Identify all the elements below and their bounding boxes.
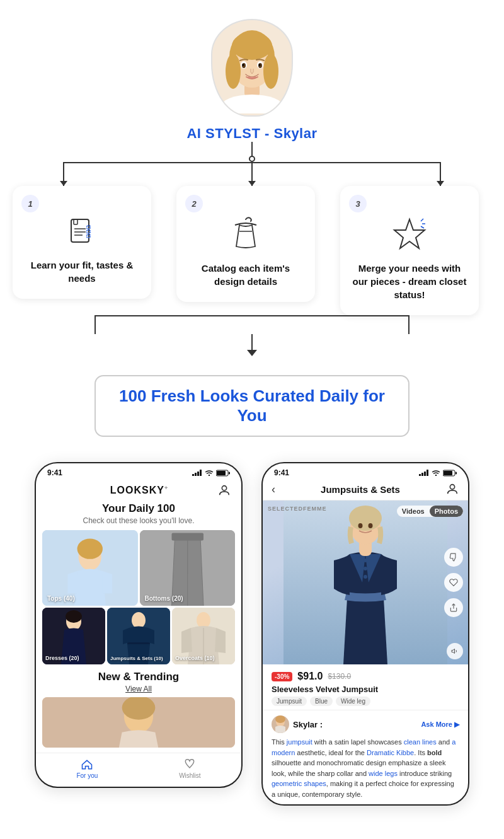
wifi-icon bbox=[205, 470, 214, 476]
svg-rect-34 bbox=[229, 472, 230, 474]
price-original: $130.0 bbox=[328, 672, 351, 681]
phone2-status-icons bbox=[419, 470, 457, 477]
flow-diagram: 1 Learn your fit, tastes & needs bbox=[13, 142, 491, 437]
step-icon-2 bbox=[188, 216, 304, 254]
svg-rect-57 bbox=[427, 470, 428, 476]
jumpsuits-label: Jumpsuits & Sets (10) bbox=[110, 656, 163, 662]
connector-dot bbox=[249, 156, 255, 162]
dresses-grid-item[interactable]: Dresses (20) bbox=[42, 608, 105, 664]
phone-1: 9:41 bbox=[35, 462, 243, 788]
battery-icon bbox=[216, 470, 230, 477]
phone2-header: ‹ Jumpsuits & Sets bbox=[263, 480, 468, 501]
svg-point-69 bbox=[349, 506, 382, 531]
profile-icon-phone2[interactable] bbox=[445, 482, 459, 496]
step-number-3: 3 bbox=[349, 195, 367, 212]
svg-rect-47 bbox=[127, 642, 150, 644]
phone1-header: LOOKSKY+ bbox=[36, 480, 241, 500]
svg-point-5 bbox=[232, 32, 272, 60]
svg-rect-54 bbox=[419, 474, 421, 476]
phone-2: 9:41 bbox=[261, 462, 469, 806]
svg-point-75 bbox=[275, 715, 285, 723]
wifi-icon-p2 bbox=[432, 470, 440, 476]
svg-point-46 bbox=[132, 612, 146, 628]
steps-row: 1 Learn your fit, tastes & needs bbox=[13, 186, 479, 315]
stylar-name: Skylar : bbox=[293, 720, 323, 729]
jumpsuits-grid-item[interactable]: Jumpsuits & Sets (10) bbox=[107, 608, 170, 664]
phone1-status-bar: 9:41 bbox=[36, 463, 241, 480]
toggle-videos[interactable]: Videos bbox=[397, 506, 430, 517]
svg-point-1 bbox=[220, 95, 284, 113]
svg-point-44 bbox=[66, 610, 82, 623]
fresh-looks-text: 100 Fresh Looks Curated Daily for You bbox=[119, 386, 385, 425]
svg-point-7 bbox=[263, 54, 278, 89]
ai-title: AI STYLST - Skylar bbox=[186, 125, 317, 142]
overcoats-grid-item[interactable]: Overcoats (10) bbox=[172, 608, 235, 664]
avatar bbox=[211, 19, 293, 117]
svg-point-31 bbox=[209, 475, 210, 476]
svg-point-70 bbox=[358, 523, 363, 528]
toggle-photos[interactable]: Photos bbox=[430, 506, 463, 517]
product-name: Sleeveless Velvet Jumpsuit bbox=[272, 685, 459, 694]
share-button[interactable] bbox=[444, 598, 463, 617]
step-icon-3 bbox=[352, 216, 467, 254]
tops-grid-item[interactable]: Tops (40) bbox=[42, 530, 138, 606]
step-icon-1 bbox=[24, 216, 140, 251]
profile-icon-phone1[interactable] bbox=[217, 483, 231, 497]
step-text-2: Catalog each item's design details bbox=[188, 262, 304, 288]
signal-icon bbox=[192, 470, 202, 476]
like-button[interactable] bbox=[444, 573, 463, 592]
phone1-bottom-nav: For you Wishlist bbox=[36, 753, 241, 787]
top-section: AI STYLST - Skylar bbox=[0, 0, 504, 437]
stylar-avatar-row: Skylar : bbox=[272, 715, 323, 733]
discount-badge: -30% bbox=[272, 672, 292, 681]
svg-point-65 bbox=[364, 567, 367, 570]
svg-point-12 bbox=[243, 64, 244, 66]
stylar-section: Skylar : Ask More ▶ This jumpsuit with a… bbox=[263, 710, 468, 804]
trending-image bbox=[42, 697, 235, 748]
phone1-grid-bottom: Dresses (20) Jumpsuits & Sets (10) bbox=[42, 608, 235, 664]
new-trending-title: New & Trending bbox=[36, 671, 241, 683]
phone1-grid-top: Tops (40) Bottoms (20) bbox=[42, 530, 235, 606]
svg-point-62 bbox=[450, 485, 454, 489]
stylar-header: Skylar : Ask More ▶ bbox=[272, 715, 459, 733]
fresh-looks-box: 100 Fresh Looks Curated Daily for You bbox=[94, 375, 410, 437]
svg-point-71 bbox=[369, 523, 373, 528]
view-all-link[interactable]: View All bbox=[36, 685, 241, 693]
tag-jumpsuit: Jumpsuit bbox=[272, 697, 307, 706]
svg-point-58 bbox=[435, 475, 437, 476]
back-arrow[interactable]: ‹ bbox=[272, 483, 275, 496]
svg-point-66 bbox=[364, 575, 367, 579]
video-photo-toggle: Videos Photos bbox=[397, 506, 463, 517]
svg-rect-30 bbox=[200, 470, 202, 476]
phone2-time: 9:41 bbox=[274, 468, 289, 477]
svg-rect-61 bbox=[455, 472, 457, 474]
svg-rect-29 bbox=[197, 472, 199, 476]
svg-rect-60 bbox=[444, 471, 452, 475]
svg-rect-56 bbox=[424, 472, 426, 476]
svg-point-64 bbox=[364, 558, 367, 562]
svg-point-38 bbox=[77, 539, 103, 559]
nav-wishlist[interactable]: Wishlist bbox=[179, 758, 200, 779]
signal-icon-p2 bbox=[419, 470, 429, 476]
bottoms-grid-item[interactable]: Bottoms (20) bbox=[140, 530, 236, 606]
step-card-2: 2 Catalog each item's design details bbox=[176, 186, 315, 302]
nav-for-you[interactable]: For you bbox=[76, 758, 98, 779]
brand-label: SELECTEDFEMME bbox=[268, 506, 327, 512]
svg-point-6 bbox=[226, 54, 241, 89]
step-card-1: 1 Learn your fit, tastes & needs bbox=[13, 186, 151, 299]
product-info: -30% $91.0 $130.0 Sleeveless Velvet Jump… bbox=[263, 664, 468, 710]
svg-line-26 bbox=[421, 226, 424, 228]
step-number-1: 1 bbox=[21, 195, 39, 212]
phones-section: 9:41 bbox=[0, 462, 504, 831]
svg-marker-73 bbox=[452, 649, 455, 654]
ask-more-button[interactable]: Ask More ▶ bbox=[421, 720, 459, 729]
dresses-label: Dresses (20) bbox=[45, 655, 79, 662]
dislike-button[interactable] bbox=[444, 548, 463, 567]
svg-line-24 bbox=[421, 219, 423, 221]
step-card-3: 3 Merge your needs with our pieces - dre… bbox=[340, 186, 479, 315]
svg-rect-33 bbox=[217, 471, 226, 475]
svg-rect-15 bbox=[74, 219, 77, 224]
svg-rect-41 bbox=[171, 533, 203, 541]
price-current: $91.0 bbox=[297, 671, 323, 682]
svg-point-35 bbox=[222, 486, 226, 490]
